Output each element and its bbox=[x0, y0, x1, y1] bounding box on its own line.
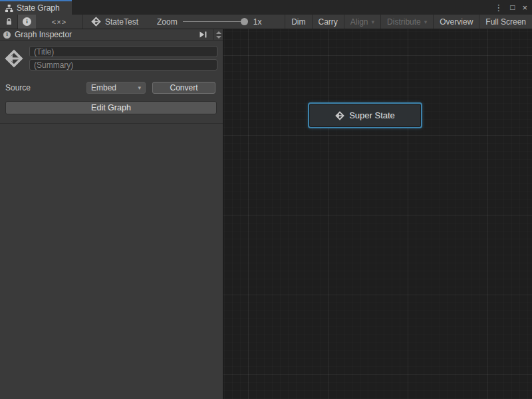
align-label: Align bbox=[350, 17, 368, 27]
chevron-down-icon: ▾ bbox=[424, 19, 428, 25]
scroll-up-icon[interactable] bbox=[216, 31, 221, 34]
state-graph-tab-icon bbox=[5, 4, 13, 13]
edit-graph-button[interactable]: Edit Graph bbox=[5, 101, 217, 114]
graph-inspector-header: i Graph Inspector bbox=[0, 29, 223, 41]
chevron-down-icon: ▾ bbox=[138, 84, 141, 91]
tab-state-graph[interactable]: State Graph bbox=[0, 0, 72, 15]
info-icon: i bbox=[23, 17, 31, 26]
align-dropdown-button[interactable]: Align ▾ bbox=[344, 15, 380, 29]
edit-graph-label: Edit Graph bbox=[91, 103, 131, 112]
code-view-toggle-button[interactable]: <×> bbox=[36, 15, 82, 29]
title-bar: State Graph ⋮ □ × bbox=[0, 0, 532, 15]
carry-button[interactable]: Carry bbox=[313, 15, 344, 29]
graph-canvas[interactable]: Super State bbox=[223, 29, 532, 399]
graph-name-label: StateTest bbox=[105, 17, 138, 27]
unity-state-graph-window: { "window": { "tab": { "title": "State G… bbox=[0, 0, 532, 399]
graph-meta-fields bbox=[29, 46, 217, 70]
state-icon bbox=[335, 111, 344, 120]
zoom-value: 1x bbox=[253, 17, 262, 27]
window-menu-icon[interactable]: ⋮ bbox=[494, 3, 503, 12]
graph-summary-input[interactable] bbox=[29, 59, 217, 70]
overview-label: Overview bbox=[440, 17, 473, 27]
convert-label: Convert bbox=[170, 83, 198, 92]
chevron-down-icon: ▾ bbox=[372, 19, 375, 25]
super-state-node[interactable]: Super State bbox=[308, 102, 422, 128]
inspector-divider bbox=[0, 123, 223, 124]
maximize-icon[interactable]: □ bbox=[510, 3, 515, 11]
dock-panel-button[interactable] bbox=[197, 31, 209, 39]
tab-title: State Graph bbox=[17, 3, 60, 13]
overview-button[interactable]: Overview bbox=[434, 15, 479, 29]
state-node-label: Super State bbox=[349, 110, 395, 120]
lock-icon bbox=[5, 17, 13, 26]
distribute-label: Distribute bbox=[387, 17, 421, 27]
zoom-slider-handle[interactable] bbox=[241, 18, 248, 25]
close-icon[interactable]: × bbox=[522, 3, 527, 12]
graph-inspector-panel: i Graph Inspector Source bbox=[0, 29, 223, 399]
inspector-toggle-button[interactable]: i bbox=[18, 15, 36, 29]
lock-button[interactable] bbox=[0, 15, 17, 29]
graph-meta-section bbox=[0, 41, 223, 70]
info-icon: i bbox=[3, 31, 11, 39]
dim-button[interactable]: Dim bbox=[285, 15, 311, 29]
graph-inspector-title: Graph Inspector bbox=[15, 30, 72, 39]
convert-button[interactable]: Convert bbox=[152, 82, 215, 94]
edit-graph-row: Edit Graph bbox=[5, 101, 217, 114]
zoom-label: Zoom bbox=[157, 17, 178, 27]
dock-panel-icon bbox=[199, 31, 207, 39]
graph-breadcrumb[interactable]: StateTest bbox=[83, 15, 145, 29]
distribute-dropdown-button[interactable]: Distribute ▾ bbox=[381, 15, 433, 29]
zoom-control: Zoom 1x bbox=[145, 15, 268, 29]
source-row: Source Embed ▾ Convert bbox=[5, 82, 217, 94]
state-graph-icon bbox=[4, 46, 24, 70]
scroll-down-icon[interactable] bbox=[216, 36, 221, 39]
source-dropdown[interactable]: Embed ▾ bbox=[86, 82, 146, 94]
source-dropdown-value: Embed bbox=[91, 83, 116, 92]
fullscreen-button[interactable]: Full Screen bbox=[479, 15, 532, 29]
zoom-slider-track bbox=[183, 21, 248, 22]
graph-toolbar: i <×> StateTest Zoom 1x Dim Carry Align … bbox=[0, 15, 532, 29]
source-label: Source bbox=[5, 83, 86, 92]
code-view-icon: <×> bbox=[52, 18, 66, 26]
panel-scroll-arrows bbox=[213, 29, 223, 41]
dim-label: Dim bbox=[291, 17, 305, 27]
carry-label: Carry bbox=[319, 17, 338, 27]
fullscreen-label: Full Screen bbox=[485, 17, 526, 27]
zoom-slider[interactable] bbox=[183, 15, 248, 29]
toolbar-spacer bbox=[268, 15, 285, 29]
window-controls: ⋮ □ × bbox=[494, 0, 527, 15]
graph-title-input[interactable] bbox=[29, 46, 217, 57]
state-graph-icon bbox=[91, 17, 101, 27]
